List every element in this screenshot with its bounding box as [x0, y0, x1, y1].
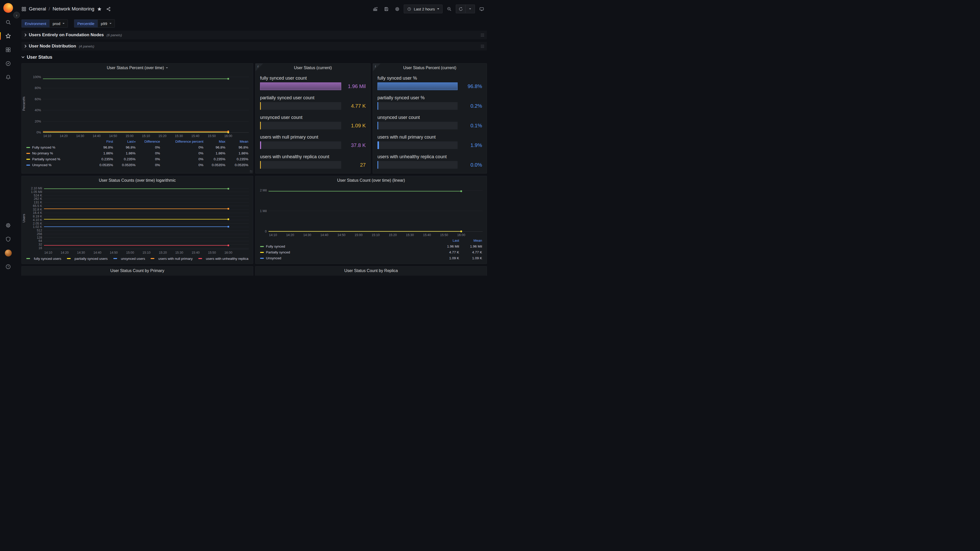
- add-panel-icon[interactable]: [371, 5, 380, 13]
- cycle-view-monitor-icon[interactable]: [477, 5, 486, 13]
- search-icon[interactable]: [0, 15, 16, 29]
- configuration-gear-icon[interactable]: [0, 218, 16, 232]
- row-panel-count: (6 panels): [107, 33, 122, 37]
- row-drag-handle[interactable]: [480, 45, 484, 48]
- panel-info-corner[interactable]: [256, 64, 263, 71]
- bar-gauge-item: users with unhealthy replica count0.0%: [377, 154, 482, 169]
- svg-text:14:10: 14:10: [269, 233, 277, 237]
- series-name[interactable]: Unsynced: [266, 256, 281, 260]
- legend-column-header[interactable]: Mean: [228, 139, 250, 145]
- svg-text:14:50: 14:50: [337, 233, 345, 237]
- timeseries-chart: 2.10 Mil1.05 Mil524 K262 K131 K65.5 K32.…: [22, 185, 253, 255]
- chart-canvas[interactable]: 2.10 Mil1.05 Mil524 K262 K131 K65.5 K32.…: [22, 185, 253, 255]
- svg-text:14:10: 14:10: [44, 251, 52, 255]
- chevron-down-icon: [21, 55, 24, 58]
- user-avatar[interactable]: [0, 246, 16, 260]
- svg-text:16:00: 16:00: [224, 251, 232, 255]
- refresh-icon[interactable]: [456, 5, 465, 13]
- legend-item[interactable]: users with unhealthy replica: [198, 257, 248, 261]
- dashboards-icon[interactable]: [0, 43, 16, 57]
- bar-gauge-fill: [260, 122, 261, 129]
- legend-column-header[interactable]: Last▾: [115, 139, 138, 145]
- explore-compass-icon[interactable]: [0, 57, 16, 70]
- chart-canvas[interactable]: 01 Mil2 Mil14:1014:2014:3014:4014:5015:0…: [256, 185, 487, 237]
- legend-column-header[interactable]: Difference percent: [162, 139, 205, 145]
- legend-item[interactable]: users with null primary: [151, 257, 192, 261]
- bar-gauge-label: unsynced user count: [377, 115, 482, 120]
- bar-gauge-value: 1.9%: [458, 142, 482, 148]
- panel-title[interactable]: User Status Counts (over time) logarithm…: [22, 176, 253, 185]
- svg-text:15:20: 15:20: [159, 251, 167, 255]
- series-name[interactable]: Partially synced %: [32, 157, 60, 161]
- series-name[interactable]: Fully synced %: [32, 145, 56, 149]
- panel-info-corner[interactable]: [373, 64, 380, 71]
- variable-percentile-label[interactable]: Percentile: [74, 20, 97, 27]
- variable-environment-value[interactable]: prod: [49, 20, 68, 27]
- svg-text:16:00: 16:00: [224, 134, 232, 138]
- legend-column-header[interactable]: Max: [205, 139, 228, 145]
- variable-percentile-value[interactable]: p99: [97, 20, 115, 27]
- svg-text:32.8 K: 32.8 K: [33, 208, 42, 211]
- alerting-bell-icon[interactable]: [0, 70, 16, 84]
- panel-title[interactable]: User Status Count (over time) (linear): [256, 176, 487, 185]
- breadcrumb-folder[interactable]: General: [29, 6, 46, 12]
- series-name[interactable]: Unsynced %: [32, 163, 52, 167]
- share-icon[interactable]: [104, 5, 113, 13]
- bar-gauge-item: users with null primary count37.8 K: [260, 134, 366, 149]
- legend-value: 0.235%: [228, 156, 250, 162]
- series-name[interactable]: Partially synced: [266, 250, 290, 254]
- panel-title[interactable]: User Status Percent (over time): [22, 64, 253, 72]
- svg-text:128: 128: [37, 236, 42, 239]
- panel-title[interactable]: User Status Count by Replica: [256, 266, 487, 275]
- row-header-foundation-nodes[interactable]: Users Entirely on Foundation Nodes (6 pa…: [21, 30, 487, 39]
- main-area: General / Network Monitoring: [16, 0, 490, 276]
- svg-text:0%: 0%: [37, 131, 41, 134]
- legend-value: 0%: [162, 156, 205, 162]
- server-admin-shield-icon[interactable]: [0, 232, 16, 246]
- legend-column-header[interactable]: Last: [438, 237, 461, 244]
- panel-resize-handle[interactable]: [250, 170, 252, 173]
- legend-item[interactable]: unsynced users: [113, 257, 145, 261]
- row-header-user-status[interactable]: User Status: [21, 53, 487, 61]
- series-name[interactable]: No primary %: [32, 151, 53, 155]
- legend-value: 0%: [138, 145, 162, 150]
- panel-user-status-count-linear: User Status Count (over time) (linear) 0…: [255, 176, 487, 264]
- starred-icon[interactable]: [0, 29, 16, 43]
- help-icon[interactable]: ?: [0, 260, 16, 274]
- variable-environment-label[interactable]: Environment: [22, 20, 49, 27]
- sidebar-expand-button[interactable]: ›: [13, 12, 20, 18]
- bar-gauge-list: fully synced user %96.8%partially synced…: [373, 72, 487, 169]
- legend-table: LastMeanFully synced1.96 Mil1.96 MilPart…: [258, 237, 484, 261]
- time-range-picker[interactable]: Last 2 hours: [404, 5, 442, 13]
- legend-item[interactable]: fully synced users: [26, 257, 61, 261]
- dashboard-title[interactable]: Network Monitoring: [52, 6, 94, 12]
- row-header-node-distribution[interactable]: User Node Distribution (4 panels): [21, 42, 487, 51]
- svg-text:0: 0: [265, 230, 267, 233]
- legend-item[interactable]: partially synced users: [67, 257, 108, 261]
- chevron-right-icon: [24, 45, 26, 48]
- legend-column-header[interactable]: Mean: [461, 237, 484, 244]
- svg-text:Percent%: Percent%: [22, 96, 26, 111]
- chart-canvas[interactable]: 0%20%40%60%80%100%14:1014:2014:3014:4014…: [22, 72, 253, 138]
- svg-text:15:30: 15:30: [175, 134, 183, 138]
- row-drag-handle[interactable]: [480, 33, 484, 37]
- panel-title[interactable]: User Status (current): [256, 64, 370, 72]
- legend-column-header[interactable]: Difference: [138, 139, 162, 145]
- info-icon: i: [375, 64, 376, 68]
- bar-gauge-item: users with unhealthy replica count27: [260, 154, 366, 169]
- panel-title[interactable]: User Status Count by Primary: [22, 266, 253, 275]
- save-dashboard-icon[interactable]: [382, 5, 390, 13]
- sidebar: ?: [0, 0, 16, 276]
- svg-text:14:50: 14:50: [110, 251, 118, 255]
- timeseries-chart: 01 Mil2 Mil14:1014:2014:3014:4014:5015:0…: [256, 185, 487, 237]
- legend-column-header[interactable]: First: [92, 139, 115, 145]
- refresh-interval-caret[interactable]: [466, 5, 475, 13]
- svg-text:14:20: 14:20: [286, 233, 294, 237]
- bar-gauge-label: users with null primary count: [260, 134, 366, 140]
- favorite-star-icon[interactable]: [97, 6, 102, 11]
- panel-title[interactable]: User Status Percent (current): [373, 64, 487, 72]
- zoom-out-icon[interactable]: [445, 5, 453, 13]
- dashboard-settings-icon[interactable]: [393, 5, 401, 13]
- series-name[interactable]: Fully synced: [266, 245, 285, 248]
- grafana-logo-icon[interactable]: [3, 3, 13, 13]
